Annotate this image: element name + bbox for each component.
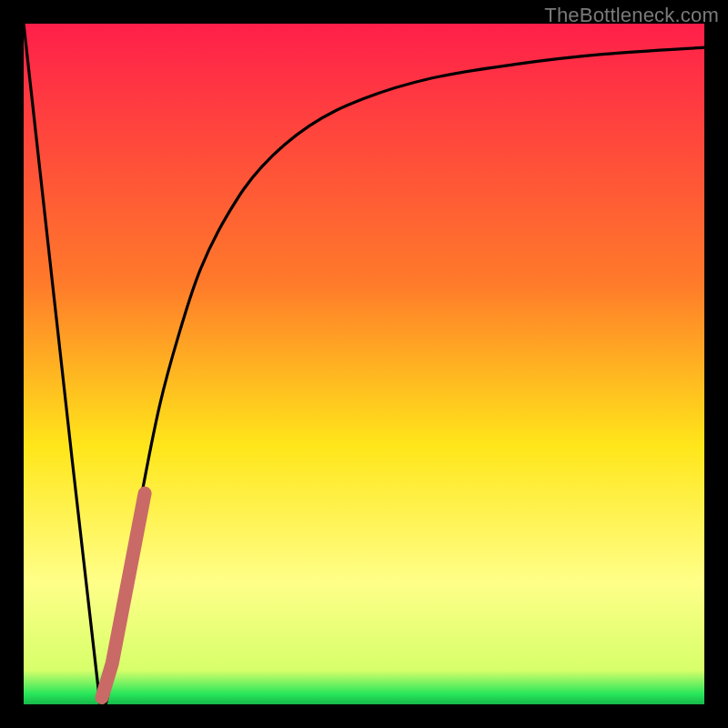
chart-frame: TheBottleneck.com xyxy=(0,0,728,728)
plot-svg xyxy=(24,24,704,704)
plot-area xyxy=(24,24,704,704)
